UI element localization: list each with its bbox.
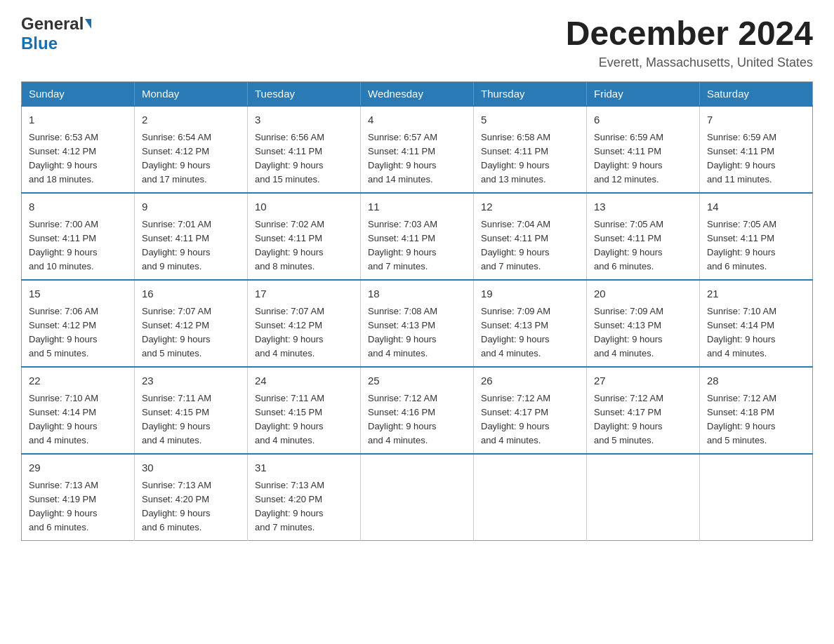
day-info: Sunrise: 7:07 AMSunset: 4:12 PMDaylight:… xyxy=(255,304,353,361)
day-number: 17 xyxy=(255,286,353,302)
day-number: 28 xyxy=(707,373,805,389)
calendar-day-2: 2Sunrise: 6:54 AMSunset: 4:12 PMDaylight… xyxy=(135,106,248,193)
day-number: 12 xyxy=(481,199,579,215)
calendar-day-26: 26Sunrise: 7:12 AMSunset: 4:17 PMDayligh… xyxy=(474,367,587,454)
day-number: 20 xyxy=(594,286,692,302)
day-number: 25 xyxy=(368,373,466,389)
day-info: Sunrise: 7:12 AMSunset: 4:16 PMDaylight:… xyxy=(368,391,466,448)
day-number: 23 xyxy=(142,373,240,389)
calendar-day-13: 13Sunrise: 7:05 AMSunset: 4:11 PMDayligh… xyxy=(587,193,700,280)
day-number: 26 xyxy=(481,373,579,389)
day-number: 19 xyxy=(481,286,579,302)
location-text: Everett, Massachusetts, United States xyxy=(566,55,813,70)
day-number: 8 xyxy=(29,199,127,215)
day-number: 22 xyxy=(29,373,127,389)
calendar-day-22: 22Sunrise: 7:10 AMSunset: 4:14 PMDayligh… xyxy=(22,367,135,454)
calendar-day-25: 25Sunrise: 7:12 AMSunset: 4:16 PMDayligh… xyxy=(361,367,474,454)
day-info: Sunrise: 7:05 AMSunset: 4:11 PMDaylight:… xyxy=(594,217,692,274)
day-number: 10 xyxy=(255,199,353,215)
page-header: General Blue December 2024 Everett, Mass… xyxy=(21,14,813,70)
day-info: Sunrise: 6:57 AMSunset: 4:11 PMDaylight:… xyxy=(368,130,466,187)
calendar-week-2: 8Sunrise: 7:00 AMSunset: 4:11 PMDaylight… xyxy=(22,193,813,280)
day-info: Sunrise: 6:54 AMSunset: 4:12 PMDaylight:… xyxy=(142,130,240,187)
weekday-header-thursday: Thursday xyxy=(474,82,587,107)
calendar-day-11: 11Sunrise: 7:03 AMSunset: 4:11 PMDayligh… xyxy=(361,193,474,280)
weekday-header-monday: Monday xyxy=(135,82,248,107)
day-number: 13 xyxy=(594,199,692,215)
day-info: Sunrise: 7:00 AMSunset: 4:11 PMDaylight:… xyxy=(29,217,127,274)
day-info: Sunrise: 7:12 AMSunset: 4:18 PMDaylight:… xyxy=(707,391,805,448)
calendar-table: SundayMondayTuesdayWednesdayThursdayFrid… xyxy=(21,81,813,541)
day-number: 15 xyxy=(29,286,127,302)
day-info: Sunrise: 7:07 AMSunset: 4:12 PMDaylight:… xyxy=(142,304,240,361)
day-info: Sunrise: 7:08 AMSunset: 4:13 PMDaylight:… xyxy=(368,304,466,361)
calendar-day-12: 12Sunrise: 7:04 AMSunset: 4:11 PMDayligh… xyxy=(474,193,587,280)
day-number: 9 xyxy=(142,199,240,215)
calendar-empty-cell xyxy=(361,454,474,541)
day-number: 4 xyxy=(368,112,466,128)
logo: General Blue xyxy=(21,14,91,53)
day-info: Sunrise: 7:13 AMSunset: 4:20 PMDaylight:… xyxy=(142,478,240,535)
calendar-day-15: 15Sunrise: 7:06 AMSunset: 4:12 PMDayligh… xyxy=(22,280,135,367)
calendar-day-24: 24Sunrise: 7:11 AMSunset: 4:15 PMDayligh… xyxy=(248,367,361,454)
day-number: 31 xyxy=(255,460,353,476)
day-number: 27 xyxy=(594,373,692,389)
calendar-day-27: 27Sunrise: 7:12 AMSunset: 4:17 PMDayligh… xyxy=(587,367,700,454)
day-number: 14 xyxy=(707,199,805,215)
calendar-week-4: 22Sunrise: 7:10 AMSunset: 4:14 PMDayligh… xyxy=(22,367,813,454)
calendar-day-7: 7Sunrise: 6:59 AMSunset: 4:11 PMDaylight… xyxy=(700,106,813,193)
day-number: 3 xyxy=(255,112,353,128)
calendar-day-31: 31Sunrise: 7:13 AMSunset: 4:20 PMDayligh… xyxy=(248,454,361,541)
calendar-day-5: 5Sunrise: 6:58 AMSunset: 4:11 PMDaylight… xyxy=(474,106,587,193)
day-number: 24 xyxy=(255,373,353,389)
calendar-day-18: 18Sunrise: 7:08 AMSunset: 4:13 PMDayligh… xyxy=(361,280,474,367)
weekday-header-row: SundayMondayTuesdayWednesdayThursdayFrid… xyxy=(22,82,813,107)
day-info: Sunrise: 7:05 AMSunset: 4:11 PMDaylight:… xyxy=(707,217,805,274)
day-info: Sunrise: 7:13 AMSunset: 4:20 PMDaylight:… xyxy=(255,478,353,535)
weekday-header-saturday: Saturday xyxy=(700,82,813,107)
day-info: Sunrise: 7:11 AMSunset: 4:15 PMDaylight:… xyxy=(142,391,240,448)
calendar-day-14: 14Sunrise: 7:05 AMSunset: 4:11 PMDayligh… xyxy=(700,193,813,280)
calendar-day-9: 9Sunrise: 7:01 AMSunset: 4:11 PMDaylight… xyxy=(135,193,248,280)
calendar-empty-cell xyxy=(700,454,813,541)
calendar-day-8: 8Sunrise: 7:00 AMSunset: 4:11 PMDaylight… xyxy=(22,193,135,280)
day-number: 1 xyxy=(29,112,127,128)
day-info: Sunrise: 7:10 AMSunset: 4:14 PMDaylight:… xyxy=(29,391,127,448)
calendar-day-10: 10Sunrise: 7:02 AMSunset: 4:11 PMDayligh… xyxy=(248,193,361,280)
day-number: 18 xyxy=(368,286,466,302)
day-info: Sunrise: 7:12 AMSunset: 4:17 PMDaylight:… xyxy=(481,391,579,448)
logo-triangle-icon xyxy=(85,19,91,29)
day-info: Sunrise: 7:12 AMSunset: 4:17 PMDaylight:… xyxy=(594,391,692,448)
day-info: Sunrise: 6:56 AMSunset: 4:11 PMDaylight:… xyxy=(255,130,353,187)
weekday-header-tuesday: Tuesday xyxy=(248,82,361,107)
logo-general-text: General xyxy=(21,14,84,34)
calendar-day-20: 20Sunrise: 7:09 AMSunset: 4:13 PMDayligh… xyxy=(587,280,700,367)
calendar-day-29: 29Sunrise: 7:13 AMSunset: 4:19 PMDayligh… xyxy=(22,454,135,541)
day-info: Sunrise: 7:09 AMSunset: 4:13 PMDaylight:… xyxy=(481,304,579,361)
day-number: 2 xyxy=(142,112,240,128)
calendar-day-28: 28Sunrise: 7:12 AMSunset: 4:18 PMDayligh… xyxy=(700,367,813,454)
calendar-day-1: 1Sunrise: 6:53 AMSunset: 4:12 PMDaylight… xyxy=(22,106,135,193)
month-title: December 2024 xyxy=(566,14,813,53)
calendar-week-3: 15Sunrise: 7:06 AMSunset: 4:12 PMDayligh… xyxy=(22,280,813,367)
day-info: Sunrise: 7:06 AMSunset: 4:12 PMDaylight:… xyxy=(29,304,127,361)
day-number: 21 xyxy=(707,286,805,302)
weekday-header-sunday: Sunday xyxy=(22,82,135,107)
day-info: Sunrise: 6:59 AMSunset: 4:11 PMDaylight:… xyxy=(594,130,692,187)
calendar-day-17: 17Sunrise: 7:07 AMSunset: 4:12 PMDayligh… xyxy=(248,280,361,367)
day-number: 7 xyxy=(707,112,805,128)
calendar-day-19: 19Sunrise: 7:09 AMSunset: 4:13 PMDayligh… xyxy=(474,280,587,367)
calendar-week-5: 29Sunrise: 7:13 AMSunset: 4:19 PMDayligh… xyxy=(22,454,813,541)
day-info: Sunrise: 7:01 AMSunset: 4:11 PMDaylight:… xyxy=(142,217,240,274)
calendar-day-3: 3Sunrise: 6:56 AMSunset: 4:11 PMDaylight… xyxy=(248,106,361,193)
weekday-header-friday: Friday xyxy=(587,82,700,107)
day-number: 11 xyxy=(368,199,466,215)
day-number: 30 xyxy=(142,460,240,476)
day-number: 29 xyxy=(29,460,127,476)
calendar-day-16: 16Sunrise: 7:07 AMSunset: 4:12 PMDayligh… xyxy=(135,280,248,367)
day-info: Sunrise: 7:11 AMSunset: 4:15 PMDaylight:… xyxy=(255,391,353,448)
logo-blue-text: Blue xyxy=(21,34,58,53)
calendar-day-6: 6Sunrise: 6:59 AMSunset: 4:11 PMDaylight… xyxy=(587,106,700,193)
calendar-day-21: 21Sunrise: 7:10 AMSunset: 4:14 PMDayligh… xyxy=(700,280,813,367)
day-info: Sunrise: 7:10 AMSunset: 4:14 PMDaylight:… xyxy=(707,304,805,361)
